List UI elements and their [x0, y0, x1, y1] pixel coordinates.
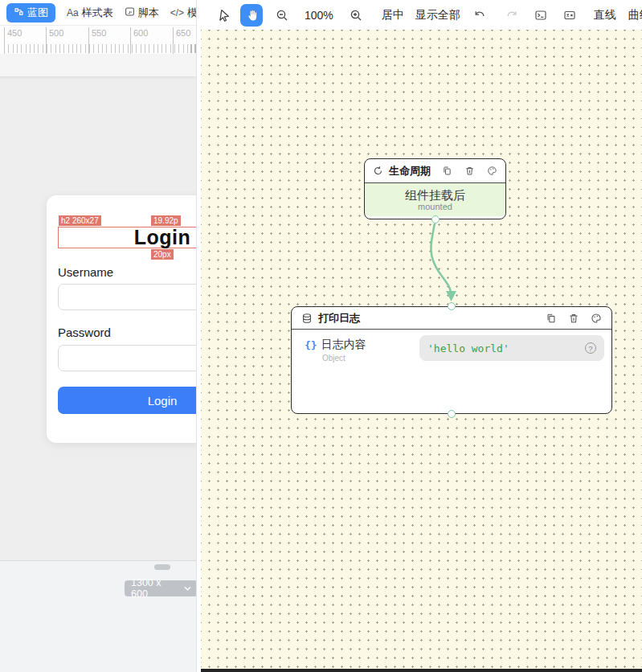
param-value-input[interactable]: 'hello world' ? [419, 335, 604, 361]
zoom-out-button[interactable] [271, 4, 293, 27]
curve-mode-button[interactable]: 曲线 [628, 8, 642, 23]
copy-icon[interactable] [442, 166, 452, 176]
left-tab-bar: 蓝图 Aa 样式表 脚本 </> 模板 [0, 0, 198, 26]
login-heading: Login [134, 226, 191, 249]
zoom-out-icon [276, 9, 288, 22]
redo-button[interactable] [501, 4, 523, 27]
ruler-label: 600 [133, 28, 148, 38]
lifecycle-icon [373, 166, 383, 176]
canvas-toolbar: 100% 居中 显示全部 直线 曲线 [201, 0, 642, 30]
page-preview: h2 260x27 19.92p Login 20px Username Pas… [0, 76, 198, 560]
node-lifecycle[interactable]: 生命周期 组件挂载后 mounted [364, 158, 506, 219]
zoom-level-value[interactable]: 100% [305, 9, 333, 22]
username-field[interactable] [58, 284, 198, 310]
undo-button[interactable] [468, 4, 491, 27]
param-label: 日志内容 [321, 338, 366, 352]
straight-line-mode-button[interactable]: 直线 [594, 8, 616, 23]
variable-panel-icon [563, 9, 576, 22]
node-print-log-title: 打印日志 [318, 311, 360, 326]
login-card: h2 260x27 19.92p Login 20px Username Pas… [47, 195, 198, 443]
login-button[interactable]: Login [58, 387, 198, 414]
preview-top-gutter [0, 54, 198, 76]
lifecycle-event-subtitle: mounted [418, 202, 452, 212]
hand-icon [246, 9, 258, 22]
password-label: Password [58, 326, 111, 339]
preview-resize-handle[interactable] [154, 564, 170, 570]
tab-script[interactable]: 脚本 [125, 3, 159, 23]
node-print-log-header[interactable]: 打印日志 [292, 307, 611, 330]
chevron-down-icon [184, 586, 191, 591]
ruler-label: 650 [176, 28, 190, 38]
console-panel-button[interactable] [530, 4, 552, 27]
select-tool-button[interactable] [213, 4, 235, 27]
variable-panel-button[interactable] [558, 4, 581, 27]
output-port[interactable] [448, 410, 456, 418]
param-type: Object [322, 354, 419, 363]
palette-icon[interactable] [487, 166, 497, 176]
output-port[interactable] [431, 215, 440, 223]
ruler-label: 450 [7, 28, 22, 38]
object-braces-icon: {} [305, 339, 317, 351]
stylesheet-icon: Aa [67, 7, 79, 18]
zoom-in-button[interactable] [345, 4, 367, 27]
lifecycle-event-title: 组件挂载后 [405, 188, 465, 202]
node-lifecycle-header[interactable]: 生命周期 [365, 159, 505, 182]
redo-icon [505, 9, 518, 22]
ruler-label: 550 [92, 28, 106, 38]
viewport-size-badge[interactable]: 1300 x 600 [125, 580, 198, 596]
panel-splitter[interactable] [196, 0, 201, 672]
help-icon[interactable]: ? [585, 342, 596, 354]
canvas-bottom-edge [201, 669, 642, 672]
copy-icon[interactable] [546, 313, 557, 324]
tab-stylesheet[interactable]: Aa 样式表 [67, 3, 113, 23]
inspector-tag-size-label: h2 260x27 [59, 215, 101, 226]
ruler-minor-ticks [4, 44, 198, 53]
blueprint-icon [14, 6, 24, 19]
horizontal-ruler: 450 500 550 600 650 [0, 26, 198, 54]
app-window: 蓝图 Aa 样式表 脚本 </> 模板 450 500 550 600 650 … [0, 0, 642, 672]
tab-blueprint[interactable]: 蓝图 [6, 3, 55, 23]
tab-script-label: 脚本 [138, 6, 159, 20]
inspector-margin-bottom-label: 20px [151, 249, 174, 260]
trash-icon[interactable] [464, 166, 475, 176]
username-label: Username [58, 265, 113, 279]
input-port[interactable] [448, 302, 456, 310]
node-lifecycle-title: 生命周期 [389, 164, 431, 178]
trash-icon[interactable] [568, 313, 579, 324]
tab-stylesheet-label: 样式表 [82, 6, 113, 20]
zoom-in-icon [350, 9, 362, 22]
param-value: 'hello world' [427, 342, 585, 354]
cursor-icon [219, 9, 231, 22]
node-print-log[interactable]: 打印日志 {} 日志内容 Object 'hello world' ? [291, 306, 612, 414]
script-icon [125, 6, 135, 19]
palette-icon[interactable] [591, 313, 602, 324]
inspected-h2-outline[interactable]: Login [58, 227, 198, 248]
show-all-button[interactable]: 显示全部 [415, 8, 460, 23]
preview-bottom-area: 1300 x 600 [0, 560, 198, 672]
ruler-label: 500 [49, 28, 63, 38]
undo-icon [473, 9, 486, 22]
terminal-icon [534, 9, 547, 22]
viewport-size-label: 1300 x 600 [131, 577, 180, 600]
lifecycle-event-block[interactable]: 组件挂载后 mounted [365, 182, 505, 216]
inspector-margin-top-label: 19.92p [151, 215, 181, 226]
tab-blueprint-label: 蓝图 [27, 6, 48, 20]
password-field[interactable] [58, 345, 198, 371]
splitter-grip-icon[interactable] [190, 44, 196, 53]
log-icon [301, 313, 313, 324]
code-icon: </> [170, 7, 184, 18]
center-button[interactable]: 居中 [382, 8, 404, 23]
pan-tool-button[interactable] [240, 4, 263, 27]
